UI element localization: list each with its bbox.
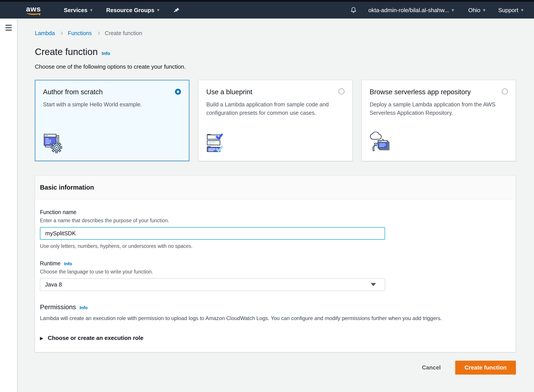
create-function-button[interactable]: Create function: [455, 361, 516, 375]
collapsed-sidebar: [0, 19, 17, 392]
account-label: okta-admin-role/bilal.al-shahw...: [368, 7, 449, 14]
card-title: Use a blueprint: [206, 88, 344, 96]
aws-logo-swoosh-icon: [27, 11, 40, 15]
aws-logo[interactable]: aws: [26, 5, 41, 15]
execution-role-expander[interactable]: ▶ Choose or create an execution role: [40, 335, 511, 341]
region-label: Ohio: [468, 7, 480, 14]
chevron-down-icon: ▾: [157, 7, 159, 13]
radio-unselected-icon[interactable]: [502, 89, 508, 94]
support-label: Support: [498, 7, 518, 14]
creation-option-cards: Author from scratch Start with a simple …: [35, 80, 516, 161]
chevron-down-icon: ▾: [452, 7, 454, 13]
title-info-link[interactable]: Info: [102, 51, 110, 56]
breadcrumb: Lambda Functions Create function: [35, 30, 516, 36]
cancel-button[interactable]: Cancel: [422, 364, 441, 371]
runtime-selected-value: Java 8: [45, 281, 62, 288]
author-from-scratch-icon: [43, 133, 64, 154]
permissions-info-link[interactable]: Info: [79, 305, 88, 310]
chevron-down-icon: ▾: [483, 7, 485, 13]
runtime-info-link[interactable]: Info: [64, 261, 72, 266]
runtime-select[interactable]: Java 8: [40, 278, 385, 291]
chevron-right-icon: [96, 32, 100, 35]
nav-resource-groups-label: Resource Groups: [106, 7, 154, 14]
card-use-a-blueprint[interactable]: Use a blueprint Build a Lambda applicati…: [198, 80, 353, 161]
breadcrumb-functions[interactable]: Functions: [68, 30, 92, 36]
radio-unselected-icon[interactable]: [339, 89, 344, 94]
card-author-from-scratch[interactable]: Author from scratch Start with a simple …: [35, 80, 189, 161]
region-menu[interactable]: Ohio ▾: [468, 7, 485, 14]
navbar-right-group: okta-admin-role/bilal.al-shahw... ▾ Ohio…: [350, 6, 526, 14]
card-title: Browse serverless app repository: [370, 88, 508, 96]
panel-body: Function name Enter a name that describe…: [35, 200, 516, 352]
chevron-right-icon: [60, 32, 63, 35]
pin-shortcut-button[interactable]: [173, 7, 180, 14]
pushpin-icon: [173, 7, 180, 14]
runtime-description: Choose the language to use to write your…: [40, 269, 511, 275]
nav-resource-groups-menu[interactable]: Resource Groups ▾: [106, 7, 159, 14]
main-content: Lambda Functions Create function Create …: [17, 19, 534, 392]
account-menu[interactable]: okta-admin-role/bilal.al-shahw... ▾: [368, 7, 454, 14]
browser-top-strip: [0, 0, 534, 2]
support-menu[interactable]: Support ▾: [498, 7, 523, 14]
serverless-app-repository-icon: [370, 132, 392, 154]
notifications-button[interactable]: [350, 6, 357, 14]
page-title: Create function: [35, 47, 98, 57]
function-name-hint: Use only letters, numbers, hyphens, or u…: [40, 243, 511, 249]
chevron-down-icon: ▾: [521, 7, 523, 13]
basic-information-panel: Basic information Function name Enter a …: [35, 175, 516, 352]
function-name-label: Function name: [40, 209, 511, 215]
card-description: Deploy a sample Lambda application from …: [370, 100, 508, 117]
radio-selected-icon[interactable]: [175, 89, 181, 95]
chevron-down-icon: ▾: [90, 7, 93, 13]
execution-role-expander-label: Choose or create an execution role: [48, 335, 143, 341]
caret-right-icon: ▶: [40, 336, 43, 341]
permissions-label: Permissions: [40, 303, 76, 311]
bell-icon: [350, 6, 357, 14]
menu-icon[interactable]: [5, 25, 12, 31]
page-subtitle: Choose one of the following options to c…: [35, 63, 516, 70]
function-name-input[interactable]: [40, 227, 385, 240]
nav-services-menu[interactable]: Services ▾: [64, 7, 93, 14]
panel-header: Basic information: [35, 175, 516, 200]
nav-services-label: Services: [64, 7, 87, 14]
blueprint-icon: [206, 134, 228, 154]
runtime-label: Runtime: [40, 260, 60, 267]
footer-actions: Cancel Create function: [35, 361, 516, 375]
card-description: Start with a simple Hello World example.: [43, 100, 181, 109]
panel-title: Basic information: [40, 184, 511, 191]
card-title: Author from scratch: [43, 88, 181, 96]
breadcrumb-current: Create function: [105, 30, 142, 36]
permissions-description: Lambda will create an execution role wit…: [40, 315, 511, 321]
aws-top-navbar: aws Services ▾ Resource Groups ▾ okta-ad…: [0, 2, 534, 19]
function-name-description: Enter a name that describes the purpose …: [40, 218, 511, 224]
card-description: Build a Lambda application from sample c…: [206, 100, 344, 117]
caret-down-icon: [371, 283, 376, 286]
card-browse-serverless-app-repository[interactable]: Browse serverless app repository Deploy …: [362, 80, 516, 161]
breadcrumb-lambda[interactable]: Lambda: [35, 30, 55, 36]
